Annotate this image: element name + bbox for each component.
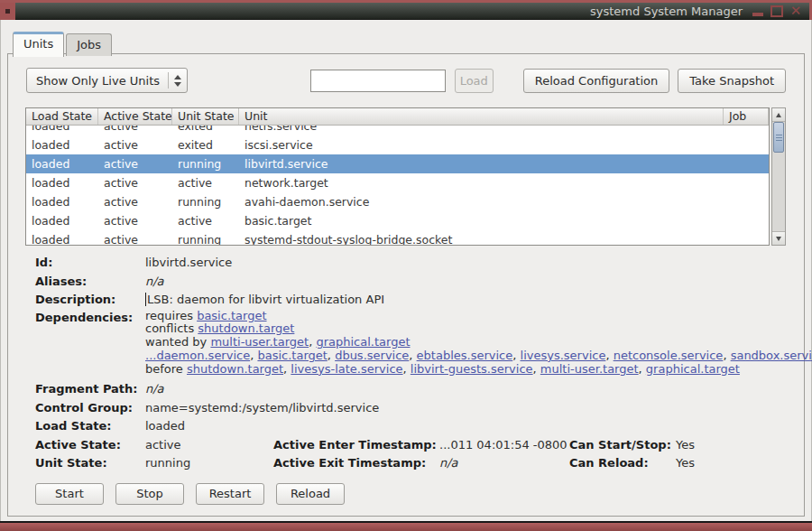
dependency-line: requires basic.target xyxy=(145,310,812,323)
window-title: systemd System Manager xyxy=(590,5,752,18)
cell-active-state: active xyxy=(98,126,172,135)
vertical-scrollbar[interactable] xyxy=(771,107,786,246)
scrollbar-grip-icon xyxy=(776,135,782,135)
table-row-avahi-daemon-service[interactable]: loadedactiverunningavahi-daemon.service xyxy=(26,192,769,211)
active-enter-timestamp-value: ...011 04:01:54 -0800 xyxy=(439,436,569,455)
unit-action-buttons: StartStopRestartReload xyxy=(35,483,804,505)
scrollbar-thumb[interactable] xyxy=(773,122,784,153)
column-header-job[interactable]: Job xyxy=(724,108,769,125)
app-window: systemd System Manager ✕ UnitsJobs Show … xyxy=(0,0,812,531)
restart-button[interactable]: Restart xyxy=(196,483,264,505)
dependency-link-basic-target[interactable]: basic.target xyxy=(257,349,327,362)
can-reload-label: Can Reload: xyxy=(569,454,676,473)
detail-row-aliases: Aliases: n/a xyxy=(35,273,804,292)
table-row-libvirtd-service[interactable]: loadedactiverunninglibvirtd.service xyxy=(26,154,769,173)
dependency-link-ebtables-service[interactable]: ebtables.service xyxy=(417,349,513,362)
table-row-netfs-service[interactable]: loadedactiveexitednetfs.service xyxy=(26,126,769,135)
units-page: Show Only Live Units Load Reload Configu… xyxy=(7,53,805,517)
table-row-basic-target[interactable]: loadedactiveactivebasic.target xyxy=(26,211,769,230)
window-menu-button[interactable] xyxy=(0,3,15,20)
units-table: Load StateActive StateUnit StateUnitJob … xyxy=(25,107,770,246)
unit-details: Id: libvirtd.service Aliases: n/a Descri… xyxy=(35,254,804,473)
unit-state-value: running xyxy=(145,454,273,473)
minimize-icon[interactable] xyxy=(752,5,764,17)
cell-unit: network.target xyxy=(239,173,724,192)
active-exit-timestamp-label: Active Exit Timestamp: xyxy=(273,454,439,473)
dependency-link-livesys-service[interactable]: livesys.service xyxy=(521,349,606,362)
table-row-network-target[interactable]: loadedactiveactivenetwork.target xyxy=(26,173,769,192)
titlebar[interactable]: systemd System Manager ✕ xyxy=(0,3,809,20)
detail-row-id: Id: libvirtd.service xyxy=(35,254,804,273)
scroll-down-button[interactable] xyxy=(772,231,785,245)
take-snapshot-button[interactable]: Take Snapshot xyxy=(678,69,786,93)
close-icon[interactable]: ✕ xyxy=(789,5,802,17)
table-row-systemd-stdout-syslog-bridge-socket[interactable]: loadedactiverunningsystemd-stdout-syslog… xyxy=(26,230,769,245)
dependency-link-multi-user-target[interactable]: multi-user.target xyxy=(210,335,309,349)
active-state-label: Active State: xyxy=(35,436,145,455)
table-row-iscsi-service[interactable]: loadedactiveexitediscsi.service xyxy=(26,135,769,154)
cell-unit: avahi-daemon.service xyxy=(239,192,724,211)
dependency-link-livesys-late-service[interactable]: livesys-late.service xyxy=(291,362,402,376)
chevron-up-icon xyxy=(174,75,181,79)
dependencies-label: Dependencies: xyxy=(35,310,145,325)
reload-button[interactable]: Reload xyxy=(276,483,345,505)
dependency-link-daemon-service[interactable]: ...daemon.service xyxy=(145,349,250,362)
cell-active-state: active xyxy=(98,192,172,211)
scrollbar-grip-icon xyxy=(776,140,782,141)
detail-row-description: Description: LSB: daemon for libvirt vir… xyxy=(35,291,804,310)
can-start-stop-label: Can Start/Stop: xyxy=(569,436,676,455)
load-unit-input[interactable] xyxy=(310,70,446,92)
cell-unit: netfs.service xyxy=(239,126,724,135)
column-header-active-state[interactable]: Active State xyxy=(98,108,172,125)
unit-state-label: Unit State: xyxy=(35,454,145,473)
dependency-link-shutdown-target[interactable]: shutdown.target xyxy=(198,321,294,335)
tab-bar: UnitsJobs xyxy=(13,31,114,56)
scrollbar-grip-icon xyxy=(776,137,782,138)
filter-select[interactable]: Show Only Live Units xyxy=(26,68,188,93)
dependency-link-sandbox-service[interactable]: sandbox.service xyxy=(731,349,812,362)
text-caret xyxy=(145,293,146,306)
filter-select-value: Show Only Live Units xyxy=(36,74,160,88)
tab-jobs[interactable]: Jobs xyxy=(66,33,112,56)
cell-job xyxy=(724,135,769,154)
control-group-value: name=systemd:/system/libvirtd.service xyxy=(145,399,379,418)
control-group-label: Control Group: xyxy=(35,399,145,418)
cell-job xyxy=(724,173,769,192)
scroll-up-button[interactable] xyxy=(772,108,785,122)
dependency-link-dbus-service[interactable]: dbus.service xyxy=(335,349,409,362)
dependency-line: before shutdown.target, livesys-late.ser… xyxy=(145,363,812,377)
dependency-link-multi-user-target[interactable]: multi-user.target xyxy=(540,362,639,376)
dependency-link-graphical-target[interactable]: graphical.target xyxy=(646,362,740,376)
cell-unit-state: active xyxy=(172,211,239,230)
dependency-link-graphical-target[interactable]: graphical.target xyxy=(316,335,410,349)
column-header-unit[interactable]: Unit xyxy=(239,108,724,125)
dependency-line: conflicts shutdown.target xyxy=(145,322,812,336)
cell-job xyxy=(724,192,769,211)
dependency-link-basic-target[interactable]: basic.target xyxy=(197,309,266,322)
cell-load-state: loaded xyxy=(26,173,98,192)
cell-unit: systemd-stdout-syslog-bridge.socket xyxy=(239,230,724,245)
can-reload-value: Yes xyxy=(676,454,695,473)
tab-units[interactable]: Units xyxy=(13,32,64,57)
column-header-load-state[interactable]: Load State xyxy=(26,108,98,125)
cell-active-state: active xyxy=(98,230,172,245)
dependency-link-libvirt-guests-service[interactable]: libvirt-guests.service xyxy=(411,362,533,376)
cell-unit-state: exited xyxy=(172,135,239,154)
dependency-link-shutdown-target[interactable]: shutdown.target xyxy=(187,362,283,376)
cell-job xyxy=(724,126,769,135)
cell-unit-state: exited xyxy=(172,126,239,135)
detail-row-unit-state: Unit State: running Active Exit Timestam… xyxy=(35,454,804,473)
stop-button[interactable]: Stop xyxy=(115,483,184,505)
cell-active-state: active xyxy=(98,154,172,173)
start-button[interactable]: Start xyxy=(35,483,104,505)
active-enter-timestamp-label: Active Enter Timestamp: xyxy=(273,436,439,455)
dependencies-value: requires basic.targetconflicts shutdown.… xyxy=(145,310,812,377)
cell-load-state: loaded xyxy=(26,211,98,230)
cell-unit-state: active xyxy=(172,173,239,192)
dependency-link-netconsole-service[interactable]: netconsole.service xyxy=(614,349,724,362)
maximize-icon[interactable] xyxy=(770,5,783,17)
cell-active-state: active xyxy=(98,173,172,192)
load-button[interactable]: Load xyxy=(455,69,494,93)
column-header-unit-state[interactable]: Unit State xyxy=(172,108,239,125)
reload-configuration-button[interactable]: Reload Configuration xyxy=(523,69,670,93)
